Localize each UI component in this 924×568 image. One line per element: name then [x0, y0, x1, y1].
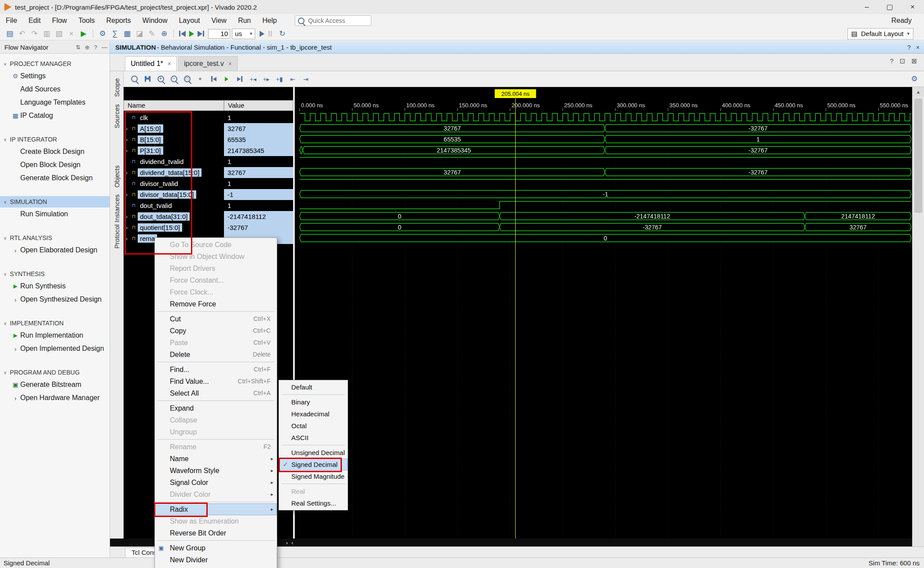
menu-item-select-all[interactable]: Select AllCtrl+A — [155, 387, 277, 399]
tab-ipcore-test-v[interactable]: ipcore_test.v× — [178, 56, 238, 71]
menu-item-divider-color[interactable]: Divider Color▸ — [155, 488, 277, 500]
signal-row-p-31-0[interactable]: ›⊓P[31:0] — [124, 145, 224, 156]
menu-item-signal-color[interactable]: Signal Color▸ — [155, 477, 277, 488]
panel-tab-sources[interactable]: Sources — [113, 104, 121, 128]
menu-item-go-to-source-code[interactable]: Go To Source Code — [155, 239, 277, 251]
flownav-item-ip-catalog[interactable]: ▦IP Catalog — [0, 109, 110, 122]
redo-icon[interactable]: ↷ — [29, 29, 40, 39]
flownav-header-program-and-debug[interactable]: ∨PROGRAM AND DEBUG — [0, 367, 110, 378]
menu-item-delete[interactable]: DeleteDelete — [155, 349, 277, 360]
quick-access-input[interactable] — [307, 17, 357, 25]
flownav-item-open-synthesized-design[interactable]: ›Open Synthesized Design — [0, 293, 110, 306]
maximize-panel-icon[interactable]: ⊠ — [911, 57, 917, 65]
layout-select[interactable]: ▤Default Layout▾ — [847, 28, 913, 40]
highlight-icon[interactable]: ◪ — [134, 29, 145, 39]
waveform-canvas[interactable]: 0.000 ns50.000 ns100.000 ns150.000 ns200… — [295, 87, 912, 539]
zoom-out-icon[interactable]: − — [169, 74, 179, 84]
sum-report-icon[interactable]: ∑ — [109, 29, 121, 39]
menu-item-signed-decimal[interactable]: ✓Signed Decimal — [279, 459, 348, 470]
menu-window[interactable]: Window — [137, 14, 173, 27]
run-flow-icon[interactable]: ▶ — [78, 29, 89, 39]
pause-icon[interactable] — [268, 31, 272, 36]
flownav-item-language-templates[interactable]: Language Templates — [0, 96, 110, 109]
signal-value-divisor-tdata-15-0[interactable]: -1 — [224, 189, 293, 200]
menu-item-remove-force[interactable]: Remove Force — [155, 298, 277, 310]
menu-item-ascii[interactable]: ASCII — [279, 432, 348, 444]
menu-item-new-group[interactable]: ▣New Group — [155, 542, 277, 554]
wave-rema[interactable]: 0 — [300, 234, 911, 242]
menu-help[interactable]: Help — [257, 14, 282, 27]
quick-access-search[interactable] — [295, 15, 371, 26]
delete-icon[interactable]: × — [66, 29, 77, 39]
flownav-item-run-synthesis[interactable]: ▶Run Synthesis — [0, 280, 110, 293]
signal-row-a-15-0[interactable]: ›⊓A[15:0] — [124, 123, 224, 134]
help-icon[interactable]: ? — [92, 44, 99, 51]
menu-item-show-as-enumeration[interactable]: Show as Enumeration — [155, 515, 277, 527]
menu-reports[interactable]: Reports — [101, 14, 137, 27]
flownav-header-rtl-analysis[interactable]: ∨RTL ANALYSIS — [0, 232, 110, 244]
find-icon[interactable] — [129, 74, 139, 84]
insert-marker-icon[interactable]: +▮ — [274, 74, 285, 84]
flownav-item-open-block-design[interactable]: Open Block Design — [0, 158, 110, 171]
menu-file[interactable]: File — [0, 14, 23, 27]
close-icon[interactable]: × — [168, 60, 171, 67]
menu-item-new-divider[interactable]: New Divider — [155, 554, 277, 566]
goto-end-icon[interactable]: ⇥ — [301, 74, 311, 84]
menu-item-real-settings[interactable]: Real Settings... — [279, 497, 348, 509]
menu-item-ungroup[interactable]: Ungroup — [155, 426, 277, 438]
menu-item-reverse-bit-order[interactable]: Reverse Bit Order — [155, 527, 277, 539]
menu-item-report-drivers[interactable]: Report Drivers — [155, 262, 277, 274]
help-icon[interactable]: ? — [907, 44, 911, 51]
flownav-header-implementation[interactable]: ∨IMPLEMENTATION — [0, 317, 110, 329]
close-icon[interactable]: × — [228, 60, 232, 67]
flownav-item-run-implementation[interactable]: ▶Run Implementation — [0, 329, 110, 342]
scrollbar-thumb[interactable] — [914, 98, 922, 213]
flownav-header-ip-integrator[interactable]: ∨IP INTEGRATOR — [0, 134, 110, 145]
save-waveform-icon[interactable] — [142, 74, 153, 84]
minimize-button[interactable]: – — [855, 0, 878, 14]
goto-start-icon[interactable]: ⇤ — [287, 74, 298, 84]
flownav-item-create-block-design[interactable]: Create Block Design — [0, 145, 110, 158]
wave-divisor-tdata-15-0[interactable]: -1 — [300, 190, 911, 198]
menu-item-default[interactable]: Default — [279, 381, 348, 393]
close-icon[interactable]: × — [916, 44, 920, 51]
close-button[interactable]: × — [901, 0, 924, 14]
run-for-time-icon[interactable] — [260, 31, 264, 37]
expand-all-icon[interactable]: ⊕ — [83, 44, 92, 51]
signal-row-divisor-tvalid[interactable]: ⊓divisor_tvalid — [124, 178, 224, 189]
menu-item-cut[interactable]: CutCtrl+X — [155, 313, 277, 325]
save-project-icon[interactable]: ▤ — [4, 29, 15, 39]
menu-item-binary[interactable]: Binary — [279, 396, 348, 408]
flownav-item-open-elaborated-design[interactable]: ›Open Elaborated Design — [0, 244, 110, 257]
signal-value-clk[interactable]: 1 — [224, 112, 293, 123]
next-transition-icon[interactable] — [235, 74, 245, 84]
splitter-collapse-icon[interactable]: ‹ — [291, 539, 293, 546]
relaunch-icon[interactable]: ↻ — [276, 29, 288, 39]
settings-gear-icon[interactable]: ⚙ — [97, 29, 108, 39]
restart-simulation-icon[interactable] — [179, 31, 186, 37]
menu-item-copy[interactable]: CopyCtrl+C — [155, 325, 277, 337]
signal-row-dout-tvalid[interactable]: ⊓dout_tvalid — [124, 200, 224, 211]
flownav-item-generate-bitstream[interactable]: ▣Generate Bitstream — [0, 378, 110, 391]
signal-row-dividend-tvalid[interactable]: ⊓dividend_tvalid — [124, 156, 224, 167]
flownav-item-open-implemented-design[interactable]: ›Open Implemented Design — [0, 342, 110, 355]
zoom-to-cursor-icon[interactable]: ⌖ — [195, 74, 205, 84]
edit-icon[interactable]: ✎ — [146, 29, 158, 39]
signal-value-dout-tdata-31-0[interactable]: -2147418112 — [224, 211, 293, 222]
menu-layout[interactable]: Layout — [173, 14, 205, 27]
vertical-scrollbar[interactable]: ▲ — [912, 87, 924, 546]
flownav-item-add-sources[interactable]: Add Sources — [0, 83, 110, 96]
probe-tools-icon[interactable]: ⊕ — [158, 29, 170, 39]
menu-run[interactable]: Run — [232, 14, 257, 27]
signal-value-dividend-tdata-15-0[interactable]: 32767 — [224, 167, 293, 178]
add-marker-left-icon[interactable]: +◂ — [248, 74, 258, 84]
menu-item-paste[interactable]: PasteCtrl+V — [155, 337, 277, 349]
flownav-item-generate-block-design[interactable]: Generate Block Design — [0, 171, 110, 185]
menu-flow[interactable]: Flow — [46, 14, 73, 27]
signal-value-dout-tvalid[interactable]: 1 — [224, 200, 293, 211]
signal-row-divisor-tdata-15-0[interactable]: ›⊓divisor_tdata[15:0] — [124, 189, 224, 200]
signal-value-a-15-0[interactable]: 32767 — [224, 123, 293, 134]
menu-tools[interactable]: Tools — [73, 14, 100, 27]
undo-icon[interactable]: ↶ — [16, 29, 28, 39]
menu-item-signed-magnitude[interactable]: Signed Magnitude — [279, 470, 348, 482]
